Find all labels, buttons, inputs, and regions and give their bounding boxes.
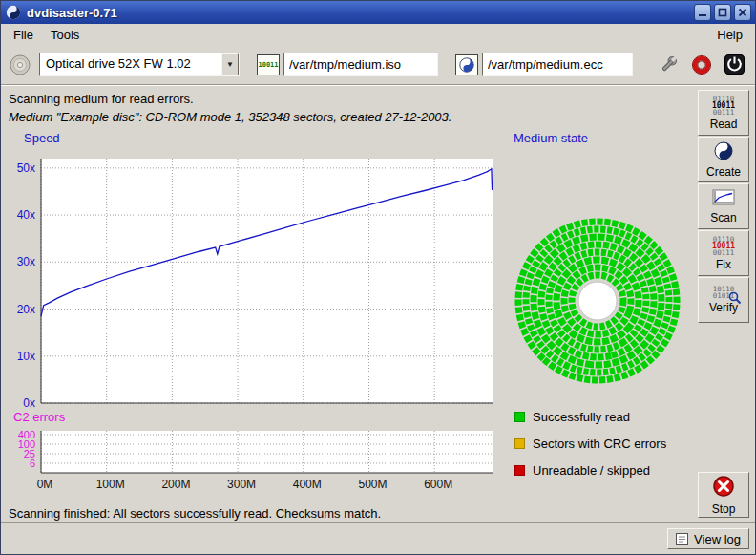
legend-item-crc: Sectors with CRC errors — [514, 437, 666, 451]
disc-svg — [510, 213, 685, 389]
create-button[interactable]: Create — [698, 137, 749, 182]
result-status-text: Scanning finished: All sectors successfu… — [9, 506, 381, 521]
titlebar[interactable]: dvdisaster-0.71 — [1, 1, 755, 24]
fix-button[interactable]: 01110 10011 00111 Fix — [698, 230, 749, 276]
drive-selector[interactable]: Optical drive 52X FW 1.02 ▼ — [39, 53, 240, 76]
close-button[interactable] — [734, 4, 751, 21]
menu-tools[interactable]: Tools — [42, 26, 88, 44]
magnifier-icon — [728, 291, 742, 305]
verify-icon: 10110 01011 — [713, 286, 735, 299]
svg-text:100M: 100M — [96, 478, 125, 491]
read-button[interactable]: 01110 10011 00111 Read — [698, 90, 749, 136]
scan-button[interactable]: Scan — [698, 183, 749, 229]
scan-button-label: Scan — [710, 211, 736, 224]
svg-text:0M: 0M — [37, 478, 53, 491]
drive-icon — [9, 53, 32, 76]
svg-text:40x: 40x — [17, 208, 35, 222]
menubar: File Tools Help — [1, 24, 755, 45]
minimize-button[interactable] — [694, 4, 711, 21]
legend-item-read: Successfully read — [514, 410, 666, 424]
ecc-file-icon — [455, 54, 478, 75]
create-button-label: Create — [706, 165, 741, 179]
svg-text:300M: 300M — [227, 478, 256, 491]
legend-swatch-yellow — [514, 438, 525, 449]
fix-icon: 01110 10011 00111 — [712, 236, 735, 256]
c2-chart: 0M100M200M300M400M500M600M400100256 — [9, 425, 500, 503]
window-controls — [694, 4, 751, 21]
verify-button[interactable]: 10110 01011 Verify — [698, 277, 749, 323]
ecc-path-input[interactable] — [482, 53, 633, 76]
speed-chart-title: Speed — [24, 131, 60, 145]
log-icon — [676, 533, 688, 545]
svg-text:600M: 600M — [424, 478, 452, 491]
status-area: Scanning medium for read errors. Medium … — [9, 90, 682, 126]
medium-state-legend: Successfully read Sectors with CRC error… — [514, 410, 666, 490]
view-log-button[interactable]: View log — [667, 528, 749, 549]
svg-text:500M: 500M — [358, 478, 387, 491]
iso-path-input[interactable] — [284, 53, 438, 76]
image-file-icon: 10011 — [257, 54, 280, 75]
svg-text:30x: 30x — [17, 255, 35, 268]
toolbar: Optical drive 52X FW 1.02 ▼ 10011 — [1, 45, 755, 85]
stop-button[interactable]: Stop — [698, 472, 749, 518]
fix-button-label: Fix — [716, 258, 731, 271]
view-log-label: View log — [694, 532, 741, 546]
chevron-down-icon[interactable]: ▼ — [221, 53, 239, 75]
c2-chart-title: C2 errors — [13, 410, 65, 424]
drive-selector-value: Optical drive 52X FW 1.02 — [40, 53, 221, 75]
quit-button[interactable] — [724, 54, 745, 75]
legend-label: Successfully read — [533, 410, 630, 424]
status-line1: Scanning medium for read errors. — [9, 90, 682, 108]
help-disc-icon[interactable] — [691, 54, 712, 75]
read-icon: 01110 10011 00111 — [712, 96, 735, 116]
legend-item-unreadable: Unreadable / skipped — [514, 463, 666, 478]
svg-text:50x: 50x — [17, 161, 35, 175]
footer-bar: View log — [1, 522, 755, 554]
legend-label: Sectors with CRC errors — [533, 437, 666, 451]
app-logo-icon — [5, 4, 22, 21]
stop-icon — [712, 475, 735, 501]
menu-file[interactable]: File — [5, 26, 42, 44]
svg-text:6: 6 — [30, 458, 35, 469]
svg-text:0x: 0x — [23, 396, 35, 410]
legend-swatch-red — [514, 465, 525, 476]
read-button-label: Read — [710, 117, 738, 131]
stop-button-label: Stop — [712, 502, 736, 516]
svg-text:400M: 400M — [293, 478, 322, 491]
menu-help[interactable]: Help — [708, 26, 751, 44]
create-icon — [714, 141, 733, 163]
scan-icon — [712, 189, 735, 209]
medium-state-title: Medium state — [514, 131, 588, 145]
toolbar-right-group — [658, 54, 747, 75]
svg-text:200M: 200M — [161, 478, 190, 491]
svg-text:20x: 20x — [17, 303, 35, 316]
legend-label: Unreadable / skipped — [533, 463, 650, 478]
status-line2: Medium "Example disc": CD-ROM mode 1, 35… — [9, 108, 682, 126]
maximize-button[interactable] — [714, 4, 731, 21]
window-title: dvdisaster-0.71 — [27, 6, 117, 20]
speed-chart: 0x10x20x30x40x50x — [9, 147, 500, 407]
legend-swatch-green — [514, 412, 525, 422]
app-window: dvdisaster-0.71 File Tools Help Optical … — [0, 0, 756, 555]
svg-text:10x: 10x — [17, 350, 35, 363]
preferences-button[interactable] — [658, 54, 679, 75]
